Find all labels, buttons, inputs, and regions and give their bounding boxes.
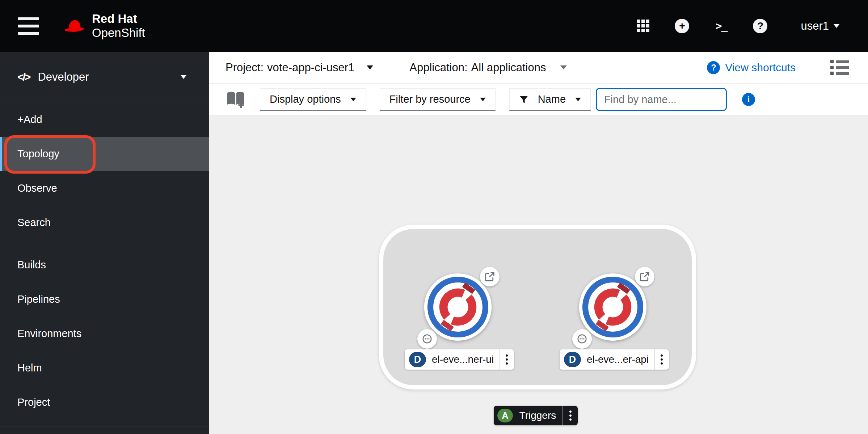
help-button[interactable]: ? [751,17,769,35]
sidebar-item-search[interactable]: Search [0,205,209,240]
sidebar-item-helm[interactable]: Helm [0,351,209,385]
external-link-icon [484,271,495,282]
context-bar: Project: vote-app-ci-user1 Application: … [209,52,868,84]
display-options-dropdown[interactable]: Display options [260,88,366,111]
sidebar-divider [0,426,209,426]
application-value: All applications [471,61,546,74]
circled-ellipsis-icon [577,333,587,344]
brand-logo[interactable]: Red Hat OpenShift [61,12,145,40]
display-options-label: Display options [270,93,341,105]
filter-funnel-icon [519,95,528,104]
terminal-icon: >_ [715,20,727,32]
developer-code-icon: </> [17,71,30,83]
sidebar-item-label: Helm [17,362,42,374]
sidebar-item-environments[interactable]: Environments [0,316,209,351]
deployment-badge: D [409,352,426,367]
chevron-down-icon [181,75,186,79]
web-terminal-button[interactable]: >_ [712,17,730,35]
monitoring-decorator[interactable] [417,329,437,349]
add-circle-icon: + [675,19,689,33]
application-prefix: Application: [409,61,467,74]
username: user1 [801,20,829,33]
list-view-toggle-button[interactable] [830,60,849,75]
sidebar-item-builds[interactable]: Builds [0,248,209,282]
node-name: el-eve...er-api [587,354,649,365]
chevron-down-icon [575,98,581,101]
external-link-icon [639,271,650,282]
filter-type-dropdown[interactable]: Name [509,88,591,111]
sidebar-item-label: Environments [17,328,81,340]
openshift-console: Red Hat OpenShift + >_ ? user1 [0,0,868,434]
help-circle-icon: ? [707,61,720,74]
application-badge: A [497,409,513,422]
user-menu[interactable]: user1 [801,20,840,33]
sidebar-item-label: +Add [17,114,42,125]
sidebar-nav-group-1: +Add Topology Observe Search [0,102,209,240]
topology-canvas[interactable]: D el-eve...ner-ui [209,115,868,434]
perspective-label: Developer [38,71,181,84]
hamburger-icon [18,17,39,20]
monitoring-decorator[interactable] [572,329,592,349]
sidebar-nav-group-2: Builds Pipelines Environments Helm Proje… [0,248,209,420]
masthead: Red Hat OpenShift + >_ ? user1 [0,0,868,52]
view-shortcuts-label: View shortcuts [725,61,796,74]
brand-name-bottom: OpenShift [92,26,145,40]
open-url-decorator[interactable] [635,267,654,286]
brand-text: Red Hat OpenShift [92,12,145,40]
redhat-fedora-icon [61,16,87,36]
sidebar-item-observe[interactable]: Observe [0,171,209,205]
project-value: vote-app-ci-user1 [267,61,354,74]
sidebar-item-label: Pipelines [17,293,60,305]
sidebar: </> Developer +Add Topology Observe Sear… [0,52,209,434]
help-icon: ? [753,19,767,33]
chevron-down-icon [367,65,373,69]
sidebar-item-pipelines[interactable]: Pipelines [0,282,209,316]
chevron-down-icon [480,98,486,101]
book-plus-icon [225,90,246,109]
perspective-switcher[interactable]: </> Developer [0,52,209,102]
application-group-label[interactable]: A Triggers [494,406,578,425]
chevron-down-icon [833,24,840,28]
application-dropdown[interactable]: Application: All applications [409,61,567,74]
sidebar-divider [0,243,209,243]
kebab-menu[interactable] [500,354,514,365]
node-label[interactable]: D el-eve...ner-ui [405,349,514,370]
sidebar-item-add[interactable]: +Add [0,102,209,137]
open-url-decorator[interactable] [480,267,500,286]
sidebar-item-label: Observe [17,182,57,194]
apps-grid-icon [637,20,649,32]
kebab-menu[interactable] [563,410,578,421]
sidebar-item-project[interactable]: Project [0,385,209,420]
topology-node-el-event-listener-api[interactable]: D el-eve...er-api [578,273,647,341]
masthead-actions: + >_ ? user1 [634,17,840,35]
nav-toggle-button[interactable] [16,15,41,37]
brand-name-top: Red Hat [92,12,145,26]
node-name: el-eve...ner-ui [432,354,494,365]
list-icon [830,60,849,63]
kebab-menu[interactable] [655,354,669,365]
application-group-name: Triggers [519,410,556,421]
node-label[interactable]: D el-eve...er-api [560,349,669,370]
deployment-badge: D [564,352,581,367]
sidebar-item-label: Search [17,217,51,229]
view-shortcuts-link[interactable]: ? View shortcuts [707,61,796,74]
guided-tour-button[interactable] [225,90,246,109]
filter-by-resource-dropdown[interactable]: Filter by resource [380,88,496,111]
quick-create-button[interactable]: + [673,17,691,35]
topology-node-el-event-listener-ui[interactable]: D el-eve...ner-ui [424,273,492,341]
sidebar-item-label: Topology [17,148,59,160]
project-dropdown[interactable]: Project: vote-app-ci-user1 [226,61,373,74]
app-launcher-button[interactable] [634,17,652,35]
sidebar-item-label: Builds [17,259,46,271]
filter-by-resource-label: Filter by resource [389,93,471,105]
circled-ellipsis-icon [422,333,433,344]
sidebar-item-label: Project [17,396,50,408]
chevron-down-icon [350,98,356,101]
sidebar-item-topology[interactable]: Topology [0,137,209,171]
filter-type-label: Name [538,93,566,105]
project-prefix: Project: [226,61,264,74]
info-icon: i [742,93,755,106]
find-by-name-input[interactable] [596,88,727,111]
topology-toolbar: Display options Filter by resource Name … [209,84,868,115]
chevron-down-icon [560,65,567,69]
